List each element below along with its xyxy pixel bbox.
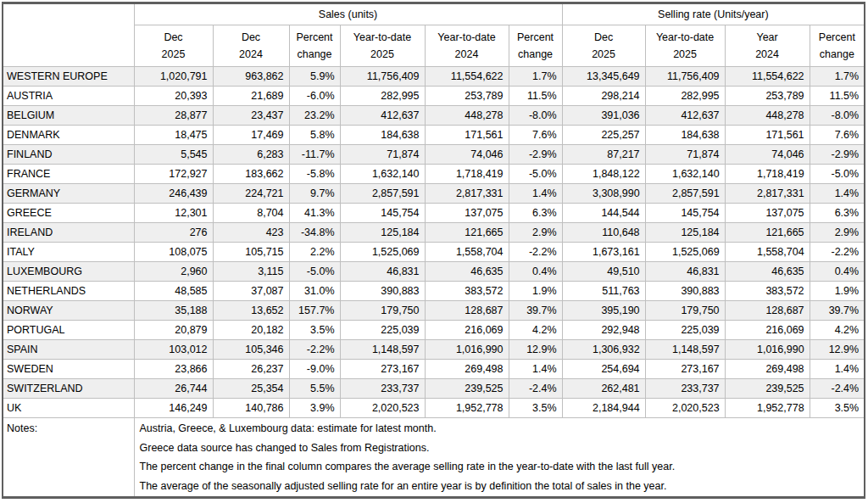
- value-cell-ytd-2025: 233,737: [340, 379, 425, 399]
- value-cell-dec-2024: 13,652: [213, 301, 289, 321]
- col-header-ytd-2024: Year-to-date2024: [425, 25, 509, 67]
- table-row: ITALY108,075105,7152.2%1,525,0691,558,70…: [3, 243, 865, 262]
- country-cell: SPAIN: [3, 340, 134, 360]
- value-cell-rate-year-2024: 253,789: [725, 87, 810, 106]
- value-cell-rate-dec-2025: 1,673,161: [562, 243, 645, 262]
- table-row: GREECE12,3018,70441.3%145,754137,0756.3%…: [3, 204, 865, 223]
- value-cell-dec-2024: 105,715: [213, 243, 289, 262]
- note-line: Greece data source has changed to Sales …: [140, 439, 865, 458]
- value-cell-dec-2025: 146,249: [134, 399, 213, 418]
- value-cell-percent-change-month: 31.0%: [289, 282, 340, 301]
- value-cell-ytd-2024: 1,952,778: [425, 399, 509, 418]
- value-cell-rate-dec-2025: 2,184,944: [562, 399, 645, 418]
- value-cell-percent-change-month: 5.8%: [289, 126, 340, 145]
- value-cell-rate-dec-2025: 225,257: [562, 126, 645, 145]
- selling-rate-section-header: Selling rate (Units/year): [562, 3, 865, 25]
- value-cell-rate-dec-2025: 13,345,649: [562, 67, 645, 87]
- value-cell-rate-year-2024: 239,525: [725, 379, 810, 399]
- country-cell: SWITZERLAND: [3, 379, 134, 399]
- table-row: WESTERN EUROPE1,020,791963,8625.9%11,756…: [3, 67, 865, 87]
- value-cell-percent-change-month: 41.3%: [289, 204, 340, 223]
- value-cell-ytd-2025: 71,874: [340, 145, 425, 165]
- value-cell-dec-2024: 23,437: [213, 106, 289, 126]
- value-cell-rate-dec-2025: 292,948: [562, 321, 645, 340]
- value-cell-percent-change-ytd: 39.7%: [509, 301, 562, 321]
- value-cell-ytd-2025: 1,525,069: [340, 243, 425, 262]
- value-cell-rate-percent-change: 0.4%: [810, 262, 865, 282]
- value-cell-percent-change-ytd: 1.4%: [509, 360, 562, 379]
- value-cell-rate-percent-change: 1.4%: [810, 184, 865, 204]
- value-cell-rate-year-2024: 128,687: [725, 301, 810, 321]
- value-cell-percent-change-ytd: 1.9%: [509, 282, 562, 301]
- table-row: GERMANY246,439224,7219.7%2,857,5912,817,…: [3, 184, 865, 204]
- value-cell-percent-change-month: -11.7%: [289, 145, 340, 165]
- table-row: DENMARK18,47517,4695.8%184,638171,5617.6…: [3, 126, 865, 145]
- table-row: BELGIUM28,87723,43723.2%412,637448,278-8…: [3, 106, 865, 126]
- value-cell-rate-dec-2025: 3,308,990: [562, 184, 645, 204]
- value-cell-percent-change-ytd: -2.2%: [509, 243, 562, 262]
- table-row: NORWAY35,18813,652157.7%179,750128,68739…: [3, 301, 865, 321]
- value-cell-rate-dec-2025: 298,214: [562, 87, 645, 106]
- country-cell: AUSTRIA: [3, 87, 134, 106]
- country-cell: FINLAND: [3, 145, 134, 165]
- value-cell-percent-change-month: -5.8%: [289, 165, 340, 184]
- value-cell-rate-ytd-2025: 46,831: [645, 262, 725, 282]
- value-cell-rate-ytd-2025: 1,148,597: [645, 340, 725, 360]
- country-cell: PORTUGAL: [3, 321, 134, 340]
- value-cell-dec-2025: 18,475: [134, 126, 213, 145]
- value-cell-rate-percent-change: 1.9%: [810, 282, 865, 301]
- value-cell-ytd-2025: 2,857,591: [340, 184, 425, 204]
- value-cell-rate-dec-2025: 87,217: [562, 145, 645, 165]
- col-header-percent-change-month: Percentchange: [289, 25, 340, 67]
- table-row: FRANCE172,927183,662-5.8%1,632,1401,718,…: [3, 165, 865, 184]
- value-cell-dec-2024: 17,469: [213, 126, 289, 145]
- value-cell-rate-percent-change: 4.2%: [810, 321, 865, 340]
- table-row: SWITZERLAND26,74425,3545.5%233,737239,52…: [3, 379, 865, 399]
- country-cell: LUXEMBOURG: [3, 262, 134, 282]
- value-cell-ytd-2024: 46,635: [425, 262, 509, 282]
- value-cell-percent-change-ytd: 6.3%: [509, 204, 562, 223]
- value-cell-dec-2025: 35,188: [134, 301, 213, 321]
- value-cell-rate-percent-change: -8.0%: [810, 106, 865, 126]
- country-cell: WESTERN EUROPE: [3, 67, 134, 87]
- corner-cell: [3, 3, 134, 67]
- value-cell-dec-2025: 20,393: [134, 87, 213, 106]
- table-row: SPAIN103,012105,346-2.2%1,148,5971,016,9…: [3, 340, 865, 360]
- country-cell: GERMANY: [3, 184, 134, 204]
- value-cell-rate-ytd-2025: 145,754: [645, 204, 725, 223]
- value-cell-rate-ytd-2025: 184,638: [645, 126, 725, 145]
- value-cell-percent-change-ytd: -8.0%: [509, 106, 562, 126]
- col-header-rate-ytd-2025: Year-to-date2025: [645, 25, 725, 67]
- value-cell-percent-change-ytd: 7.6%: [509, 126, 562, 145]
- value-cell-rate-ytd-2025: 412,637: [645, 106, 725, 126]
- value-cell-percent-change-month: 3.5%: [289, 321, 340, 340]
- table-row: IRELAND276423-34.8%125,184121,6652.9%110…: [3, 223, 865, 243]
- value-cell-percent-change-month: -34.8%: [289, 223, 340, 243]
- country-cell: FRANCE: [3, 165, 134, 184]
- value-cell-rate-year-2024: 1,558,704: [725, 243, 810, 262]
- col-header-rate-year-2024: Year2024: [725, 25, 810, 67]
- value-cell-rate-dec-2025: 262,481: [562, 379, 645, 399]
- value-cell-percent-change-month: 23.2%: [289, 106, 340, 126]
- value-cell-dec-2025: 28,877: [134, 106, 213, 126]
- value-cell-rate-year-2024: 383,572: [725, 282, 810, 301]
- value-cell-rate-ytd-2025: 71,874: [645, 145, 725, 165]
- value-cell-dec-2024: 224,721: [213, 184, 289, 204]
- value-cell-percent-change-month: -9.0%: [289, 360, 340, 379]
- value-cell-dec-2025: 2,960: [134, 262, 213, 282]
- value-cell-ytd-2025: 145,754: [340, 204, 425, 223]
- value-cell-rate-ytd-2025: 233,737: [645, 379, 725, 399]
- value-cell-rate-year-2024: 269,498: [725, 360, 810, 379]
- value-cell-percent-change-month: 9.7%: [289, 184, 340, 204]
- value-cell-ytd-2025: 1,632,140: [340, 165, 425, 184]
- value-cell-rate-year-2024: 448,278: [725, 106, 810, 126]
- country-cell: DENMARK: [3, 126, 134, 145]
- table-body: WESTERN EUROPE1,020,791963,8625.9%11,756…: [3, 67, 865, 418]
- country-cell: UK: [3, 399, 134, 418]
- value-cell-rate-percent-change: 7.6%: [810, 126, 865, 145]
- value-cell-ytd-2025: 225,039: [340, 321, 425, 340]
- table-row: LUXEMBOURG2,9603,115-5.0%46,83146,6350.4…: [3, 262, 865, 282]
- value-cell-dec-2024: 3,115: [213, 262, 289, 282]
- value-cell-percent-change-month: 5.9%: [289, 67, 340, 87]
- value-cell-rate-dec-2025: 1,306,932: [562, 340, 645, 360]
